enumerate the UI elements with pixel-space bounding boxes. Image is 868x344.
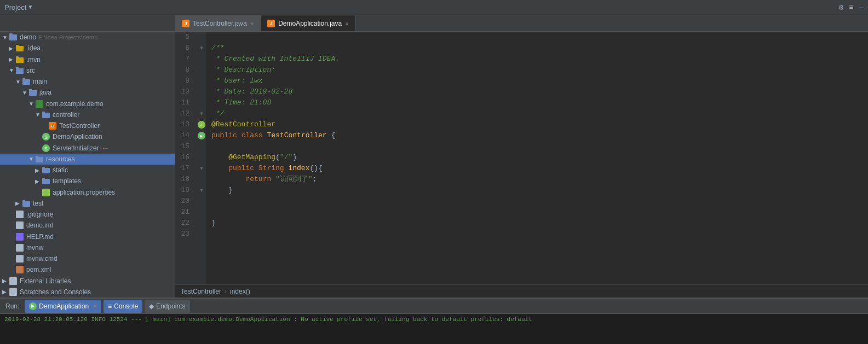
sidebar-item-src[interactable]: ▼ src — [0, 65, 175, 76]
code-line-10: * Date: 2019-02-28 — [211, 86, 863, 97]
mvnw-icon — [15, 243, 24, 252]
svg-rect-14 — [42, 112, 45, 113]
arrow-spacer — [35, 189, 42, 195]
java-icon: J — [182, 20, 189, 27]
endpoints-tab[interactable]: ◆ Endpoints — [145, 300, 189, 313]
line-num-22: 22 — [175, 218, 193, 229]
sidebar-item-resources[interactable]: ▼ resources — [0, 154, 175, 165]
layout-icon[interactable]: ≡ — [849, 3, 853, 12]
tab-close-testcontroller[interactable]: × — [250, 20, 254, 27]
sidebar-item-gitignore[interactable]: .gitignore — [0, 209, 175, 220]
testcontroller-label: TestController — [59, 122, 100, 130]
tab-testcontroller[interactable]: J TestController.java × — [175, 15, 261, 31]
fold-6[interactable]: ▼ — [197, 43, 206, 54]
tab-bar: J TestController.java × J DemoApplicatio… — [0, 15, 868, 32]
line-num-18: 18 — [175, 174, 193, 185]
svg-rect-19 — [36, 157, 43, 162]
java-file-icon: C — [48, 121, 57, 130]
code-line-22: } — [211, 218, 863, 229]
sidebar-item-demoapplication[interactable]: S DemoApplication — [0, 131, 175, 142]
code-line-12: */ — [211, 108, 863, 119]
sidebar-item-servletinitializer[interactable]: S ServletInitializer ← — [0, 143, 175, 154]
sidebar-item-scratches[interactable]: ▶ Scratches and Consoles — [0, 287, 175, 298]
sidebar-item-package[interactable]: ▼ com.example.demo — [0, 98, 175, 109]
sidebar-item-demo-root[interactable]: ▼ demo E:\Idea Projects\demo — [0, 32, 175, 43]
line-num-11: 11 — [175, 97, 193, 108]
tab-close-demoapplication[interactable]: × — [345, 20, 348, 27]
fold-5 — [197, 32, 206, 43]
sidebar-item-demo-iml[interactable]: demo.iml — [0, 220, 175, 231]
help-md-label: HELP.md — [26, 233, 54, 241]
run-app-close[interactable]: × — [93, 302, 97, 310]
svg-rect-4 — [16, 57, 24, 63]
minimize-icon[interactable]: — — [859, 3, 864, 12]
sidebar-item-controller[interactable]: ▼ controller — [0, 109, 175, 120]
ext-lib-icon — [9, 277, 18, 285]
arrow-spacer — [9, 234, 15, 240]
external-libraries-label: External Libraries — [20, 277, 71, 285]
code-line-9: * User: lwx — [211, 75, 863, 86]
run-label: Run: — [2, 302, 22, 310]
project-label[interactable]: Project — [4, 3, 26, 11]
arrow-icon: ▼ — [28, 101, 35, 107]
settings-icon[interactable]: ⚙ — [839, 3, 843, 12]
fold-19[interactable]: ▼ — [197, 185, 206, 196]
sidebar-item-static[interactable]: ▶ static — [0, 165, 175, 176]
sidebar-item-pom-xml[interactable]: pom.xml — [0, 264, 175, 275]
code-line-13: @RestController — [211, 119, 863, 130]
package-label: com.example.demo — [46, 100, 104, 108]
svg-rect-3 — [16, 45, 19, 46]
code-content[interactable]: /** * Created with IntelliJ IDEA. * Desc… — [206, 32, 868, 284]
sidebar-item-testcontroller[interactable]: C TestController — [0, 120, 175, 131]
fold-20 — [197, 196, 206, 207]
breadcrumb-sep: › — [225, 288, 227, 295]
fold-12[interactable]: ▼ — [197, 108, 206, 119]
fold-9 — [197, 75, 206, 86]
fold-8 — [197, 65, 206, 75]
sidebar-item-java[interactable]: ▼ java — [0, 87, 175, 98]
svg-rect-28 — [16, 211, 24, 218]
title-bar-left: Project ▼ — [4, 3, 32, 11]
code-editor: 5 6 7 8 9 10 11 12 13 14 15 16 17 18 19 … — [175, 32, 868, 298]
sidebar-item-mvn[interactable]: ▶ .mvn — [0, 54, 175, 65]
svg-rect-13 — [42, 113, 50, 118]
project-dropdown-arrow[interactable]: ▼ — [28, 4, 32, 10]
breadcrumb: TestController › index() — [175, 284, 868, 298]
line-num-15: 15 — [175, 141, 193, 152]
code-line-14: public class TestController { — [211, 130, 863, 141]
sidebar-item-test[interactable]: ▶ test — [0, 198, 175, 209]
sidebar-item-external-libraries[interactable]: ▶ External Libraries — [0, 276, 175, 287]
bottom-panel: Run: ▶ DemoApplication × ≡ Console ◆ End… — [0, 298, 868, 344]
arrow-icon: ▶ — [9, 56, 15, 62]
line-num-20: 20 — [175, 196, 193, 207]
sidebar-item-templates[interactable]: ▶ templates — [0, 176, 175, 186]
code-line-8: * Description: — [211, 65, 863, 75]
code-line-23 — [211, 229, 863, 240]
line-num-16: 16 — [175, 152, 193, 163]
line-num-13: 13 — [175, 119, 193, 130]
run-app-tab[interactable]: ▶ DemoApplication × — [25, 300, 101, 313]
sidebar-item-help-md[interactable]: HELP.md — [0, 231, 175, 242]
console-label: Console — [114, 302, 138, 310]
sidebar-item-mvnw-cmd[interactable]: mvnw.cmd — [0, 253, 175, 264]
sidebar-item-idea[interactable]: ▶ .idea — [0, 43, 175, 54]
console-tab[interactable]: ≡ Console — [104, 300, 142, 313]
templates-label: templates — [53, 177, 81, 185]
run-text: Run: — [5, 302, 19, 310]
svg-rect-32 — [16, 255, 24, 263]
breadcrumb-class[interactable]: TestController — [181, 288, 221, 295]
sidebar-item-application-properties[interactable]: application.properties — [0, 187, 175, 198]
src-label: src — [26, 67, 35, 74]
tab-demoapplication[interactable]: J DemoApplication.java × — [261, 15, 356, 31]
sidebar-item-mvnw[interactable]: mvnw — [0, 242, 175, 253]
endpoints-label: Endpoints — [156, 302, 185, 310]
fold-17[interactable]: ▼ — [197, 163, 206, 174]
fold-22 — [197, 218, 206, 229]
svg-rect-6 — [16, 68, 24, 74]
sidebar-item-main[interactable]: ▼ main — [0, 76, 175, 87]
fold-10 — [197, 86, 206, 97]
breadcrumb-method[interactable]: index() — [230, 288, 250, 295]
main-label: main — [33, 78, 47, 85]
line-num-8: 8 — [175, 65, 193, 75]
line-num-23: 23 — [175, 229, 193, 240]
